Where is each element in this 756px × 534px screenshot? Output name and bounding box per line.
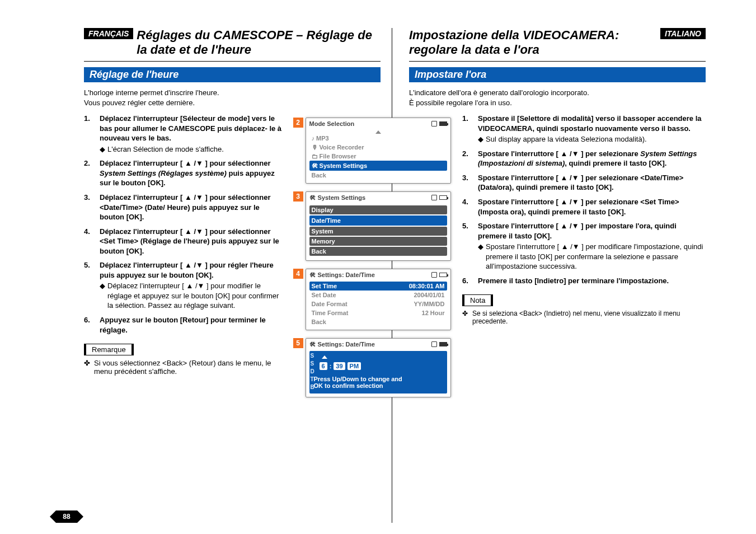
note-label-it: Nota	[462, 294, 493, 306]
step-text: Spostare l'interruttore [ ▲ /▼ ] per sel…	[478, 149, 640, 158]
step-number: 2.	[462, 149, 478, 168]
screen-title-row: 🛠Settings: Date/Time	[306, 269, 450, 279]
step-body: Premere il tasto [Indietro] per terminar…	[478, 276, 706, 286]
screen-5-wrap: 5 🛠Settings: Date/Time S S D T B 6 : 39	[306, 338, 451, 397]
divider	[84, 61, 381, 62]
settings-row: Date FormatYY/MM/DD	[309, 299, 447, 308]
step-sub: ◆Spostare l'interruttore [ ▲ /▼ ] per mo…	[478, 242, 706, 271]
step-sub-text: L'écran Sélection de mode s'affiche.	[107, 144, 224, 154]
step-text: Déplacez l'interrupteur [ ▲ /▼ ] pour ré…	[100, 261, 274, 279]
step-item: 2.Déplacez l'interrupteur [ ▲ /▼ ] pour …	[84, 158, 285, 188]
menu-item: 🎙 Voice Recorder	[309, 143, 447, 152]
screen-title: Settings: Date/Time	[318, 341, 375, 348]
step-sub: ◆L'écran Sélection de mode s'affiche.	[100, 144, 285, 154]
step-number: 2.	[84, 158, 100, 188]
step-item: 6.Appuyez sur le bouton [Retour] pour te…	[84, 315, 285, 335]
card-icon	[431, 272, 437, 278]
step-text: Spostare l'interruttore [ ▲ /▼ ] per imp…	[478, 222, 677, 240]
step-number: 4.	[462, 197, 478, 217]
step-body: Spostare l'interruttore [ ▲ /▼ ] per sel…	[478, 173, 706, 193]
menu-item: 🗀 File Browser	[309, 152, 447, 161]
left-intro: L'horloge interne permet d'inscrire l'he…	[84, 88, 285, 108]
settings-value: YY/MM/DD	[414, 301, 445, 307]
step-body: Spostare il [Selettore di modalità] vers…	[478, 114, 706, 144]
menu-item: Back	[309, 171, 447, 180]
settings-row: Back	[309, 317, 447, 326]
screen-system-settings: 🛠System Settings DisplayDate/TimeSystemM…	[306, 191, 451, 261]
step-number: 3.	[84, 193, 100, 222]
note-text: Si vous sélectionnez <Back> (Retour) dan…	[94, 359, 285, 376]
page-number: 88	[56, 510, 77, 523]
settings-value: 2004/01/01	[414, 292, 444, 298]
settings-key: Set Time	[312, 283, 409, 289]
step-text: Premere il tasto [Indietro] per terminar…	[478, 277, 669, 285]
left-content: L'horloge interne permet d'inscrire l'he…	[84, 88, 285, 376]
left-steps: 1.Déplacez l'interrupteur [Sélecteur de …	[84, 114, 285, 335]
screen-mode-selection: Mode Selection ♪ MP3🎙 Voice Recorder🗀 Fi…	[306, 118, 451, 184]
step-item: 1.Déplacez l'interrupteur [Sélecteur de …	[84, 114, 285, 154]
step-item: 3.Déplacez l'interrupteur [ ▲ /▼ ] pour …	[84, 193, 285, 222]
time-edit-row: 6 : 39 PM	[320, 362, 443, 370]
screen-body: S S D T B 6 : 39 PM Press Up/Down to cha…	[306, 349, 450, 397]
intro-line: L'indicatore dell'ora è generato dall'or…	[409, 88, 589, 97]
menu-item: Date/Time	[309, 216, 447, 226]
step-body: Spostare l'interruttore [ ▲ /▼ ] per imp…	[478, 221, 706, 271]
step-sub: ◆Déplacez l'interrupteur [ ▲ /▼ ] pour m…	[100, 281, 285, 311]
battery-icon	[439, 121, 447, 126]
screen-title: Settings: Date/Time	[318, 271, 375, 278]
side-letters: S S D T B	[311, 352, 314, 391]
settings-row: Set Date2004/01/01	[309, 291, 447, 299]
step-body: Spostare l'interruttore [ ▲ /▼ ] per sel…	[478, 197, 706, 217]
menu-item: System	[309, 227, 447, 236]
tool-icon: 🛠	[309, 341, 316, 348]
step-body: Déplacez l'interrupteur [Sélecteur de mo…	[100, 114, 285, 154]
card-icon	[431, 341, 437, 347]
screen-body: ♪ MP3🎙 Voice Recorder🗀 File Browser🛠 Sys…	[306, 128, 450, 183]
left-title: Réglages du CAMESCOPE – Réglage de la da…	[137, 28, 381, 58]
step-number: 5.	[84, 260, 100, 311]
note-bullet-icon: ✤	[462, 310, 472, 325]
step-body: Déplacez l'interrupteur [ ▲ /▼ ] pour ré…	[100, 260, 285, 311]
step-text: Spostare l'interruttore [ ▲ /▼ ] per sel…	[478, 174, 683, 192]
screen-badge: 4	[293, 269, 303, 279]
screen-title-row: 🛠Settings: Date/Time	[306, 339, 450, 349]
right-content: 1.Spostare il [Selettore di modalità] ve…	[462, 114, 706, 325]
right-title: Impostazione della VIDEOCAMERA: regolare…	[409, 28, 656, 58]
press-text-2: OK to confirm selection	[314, 382, 443, 389]
screen-set-time: 🛠Settings: Date/Time S S D T B 6 : 39 PM	[306, 338, 451, 397]
intro-line: È possibile regolare l'ora in uso.	[409, 99, 512, 107]
card-icon	[431, 195, 437, 200]
screen-4-wrap: 4 🛠Settings: Date/Time Set Time08:30:01 …	[306, 269, 451, 330]
screen-title-row: Mode Selection	[306, 118, 450, 128]
tool-icon: 🛠	[309, 271, 316, 278]
step-item: 6.Premere il tasto [Indietro] per termin…	[462, 276, 706, 286]
tool-icon: 🛠	[309, 194, 316, 201]
time-minute: 39	[334, 362, 345, 370]
diamond-icon: ◆	[478, 134, 486, 144]
divider	[409, 61, 706, 62]
settings-row: Set Time08:30:01 AM	[309, 282, 447, 291]
settings-value: 08:30:01 AM	[409, 283, 445, 289]
step-sub-text: Spostare l'interruttore [ ▲ /▼ ] per mod…	[486, 242, 706, 271]
step-item: 4.Spostare l'interruttore [ ▲ /▼ ] per s…	[462, 197, 706, 217]
diamond-icon: ◆	[100, 144, 107, 154]
lang-badge-it: ITALIANO	[660, 28, 706, 39]
note-label-fr: Remarque	[84, 344, 134, 355]
step-number: 4.	[84, 227, 100, 256]
screen-badge: 5	[293, 338, 303, 348]
step-body: Appuyez sur le bouton [Retour] pour term…	[100, 315, 285, 335]
left-title-row: FRANÇAIS Réglages du CAMESCOPE – Réglage…	[84, 28, 381, 58]
intro-line: Vous pouvez régler cette dernière.	[84, 99, 195, 107]
device-screens: 2 Mode Selection ♪ MP3🎙 Voice Recorder🗀 …	[306, 118, 451, 405]
step-body: Déplacez l'interrupteur [ ▲ /▼ ] pour sé…	[100, 158, 285, 188]
step-text: Déplacez l'interrupteur [ ▲ /▼ ] pour sé…	[100, 227, 279, 255]
left-section-bar: Réglage de l'heure	[84, 67, 381, 82]
intro-line: L'horloge interne permet d'inscrire l'he…	[84, 88, 219, 97]
step-number: 6.	[84, 315, 100, 335]
time-ampm: PM	[348, 362, 361, 370]
screen-body: DisplayDate/TimeSystemMemoryBack	[306, 202, 450, 260]
step-sub-text: Sul display appare la videata Seleziona …	[486, 134, 647, 144]
step-text: , quindi premere il tasto [OK].	[565, 159, 666, 167]
menu-item: Back	[309, 247, 447, 256]
note-body-fr: ✤ Si vous sélectionnez <Back> (Retour) d…	[84, 359, 285, 376]
